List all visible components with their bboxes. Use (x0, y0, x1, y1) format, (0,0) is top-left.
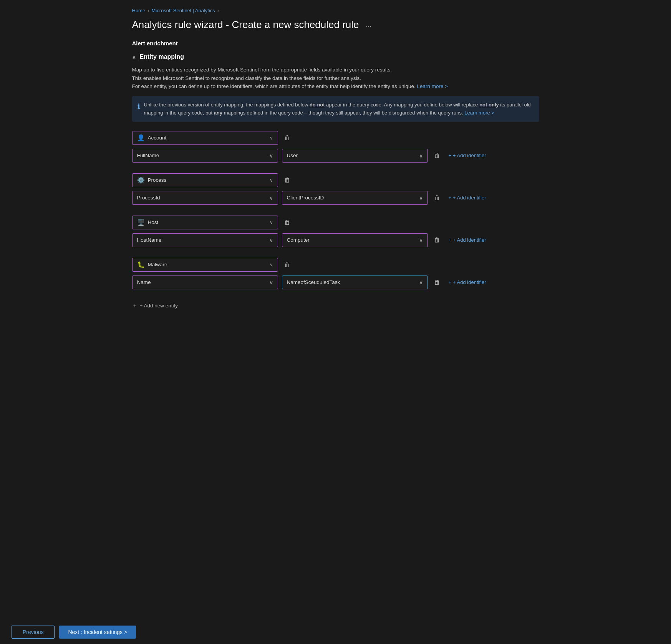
malware-label: Malware (148, 262, 270, 267)
entity-process-block: ⚙️ Process ∨ 🗑 ProcessId ∨ ClientProcess… (132, 173, 539, 205)
add-host-identifier-button[interactable]: + + Add identifier (446, 236, 489, 244)
entity-account-row: 👤 Account ∨ 🗑 (132, 131, 539, 145)
entity-mapping-section: ∧ Entity mapping Map up to five entities… (132, 53, 539, 312)
add-process-identifier-button[interactable]: + + Add identifier (446, 193, 489, 202)
info-box: ℹ Unlike the previous version of entity … (132, 96, 539, 122)
add-new-entity-button[interactable]: ＋ + Add new entity (132, 300, 178, 312)
host-icon: 🖥️ (137, 219, 145, 226)
add-malware-identifier-button[interactable]: + + Add identifier (446, 278, 489, 287)
host-label: Host (148, 219, 270, 225)
entity-host-block: 🖥️ Host ∨ 🗑 HostName ∨ Computer ∨ 🗑 + (132, 216, 539, 247)
entity-host-select[interactable]: 🖥️ Host ∨ (132, 216, 278, 229)
entity-mapping-description: Map up to five entities recognized by Mi… (132, 66, 539, 91)
malware-chevron-icon: ∨ (270, 262, 273, 267)
info-icon: ℹ (138, 101, 140, 117)
host-field-select[interactable]: HostName ∨ (132, 233, 278, 247)
entity-malware-row: 🐛 Malware ∨ 🗑 (132, 258, 539, 272)
process-icon: ⚙️ (137, 176, 145, 184)
malware-identifier-row: Name ∨ NameofSceuduledTask ∨ 🗑 + + Add i… (132, 276, 539, 289)
malware-value-select[interactable]: NameofSceuduledTask ∨ (282, 276, 428, 289)
learn-more-link-1[interactable]: Learn more > (417, 83, 448, 89)
breadcrumb-sentinel[interactable]: Microsoft Sentinel | Analytics (152, 8, 215, 13)
delete-malware-identifier-button[interactable]: 🗑 (432, 277, 442, 287)
host-chevron-icon: ∨ (270, 220, 273, 225)
account-icon: 👤 (137, 134, 145, 141)
host-value-select[interactable]: Computer ∨ (282, 233, 428, 247)
malware-field-select[interactable]: Name ∨ (132, 276, 278, 289)
delete-account-identifier-button[interactable]: 🗑 (432, 151, 442, 161)
host-identifier-row: HostName ∨ Computer ∨ 🗑 + + Add identifi… (132, 233, 539, 247)
delete-account-button[interactable]: 🗑 (282, 133, 293, 143)
process-identifier-row: ProcessId ∨ ClientProcessID ∨ 🗑 + + Add … (132, 191, 539, 205)
process-value-select[interactable]: ClientProcessID ∨ (282, 191, 428, 205)
next-button[interactable]: Next : Incident settings > (59, 626, 136, 639)
breadcrumb-home[interactable]: Home (132, 8, 146, 13)
delete-host-identifier-button[interactable]: 🗑 (432, 235, 442, 245)
entity-account-select[interactable]: 👤 Account ∨ (132, 131, 278, 145)
account-identifier-row: FullName ∨ User ∨ 🗑 + + Add identifier (132, 149, 539, 163)
delete-host-button[interactable]: 🗑 (282, 217, 293, 227)
entity-mapping-label: Entity mapping (140, 53, 184, 60)
account-field-select[interactable]: FullName ∨ (132, 149, 278, 163)
previous-button[interactable]: Previous (12, 626, 55, 639)
process-chevron-icon: ∨ (270, 178, 273, 183)
account-label: Account (148, 135, 270, 141)
add-account-identifier-button[interactable]: + + Add identifier (446, 151, 489, 160)
breadcrumb: Home › Microsoft Sentinel | Analytics › (132, 8, 539, 13)
process-label: Process (148, 177, 270, 183)
account-value-select[interactable]: User ∨ (282, 149, 428, 163)
add-entity-plus-icon: ＋ (132, 302, 138, 309)
malware-icon: 🐛 (137, 261, 145, 268)
ellipsis-button[interactable]: ... (364, 20, 374, 30)
entity-mapping-collapse-header[interactable]: ∧ Entity mapping (132, 53, 539, 60)
collapse-icon: ∧ (132, 54, 136, 60)
entity-host-row: 🖥️ Host ∨ 🗑 (132, 216, 539, 229)
process-field-select[interactable]: ProcessId ∨ (132, 191, 278, 205)
page-title: Analytics rule wizard - Create a new sch… (132, 19, 539, 31)
entity-process-row: ⚙️ Process ∨ 🗑 (132, 173, 539, 187)
delete-process-identifier-button[interactable]: 🗑 (432, 193, 442, 203)
entity-process-select[interactable]: ⚙️ Process ∨ (132, 173, 278, 187)
learn-more-link-2[interactable]: Learn more > (464, 110, 494, 116)
entity-malware-select[interactable]: 🐛 Malware ∨ (132, 258, 278, 272)
alert-enrichment-header: Alert enrichment (132, 40, 539, 46)
account-chevron-icon: ∨ (270, 135, 273, 141)
entity-malware-block: 🐛 Malware ∨ 🗑 Name ∨ NameofSceuduledTask… (132, 258, 539, 289)
delete-malware-button[interactable]: 🗑 (282, 260, 293, 270)
footer: Previous Next : Incident settings > (0, 620, 671, 644)
delete-process-button[interactable]: 🗑 (282, 175, 293, 185)
entity-account-block: 👤 Account ∨ 🗑 FullName ∨ User ∨ 🗑 + (132, 131, 539, 163)
